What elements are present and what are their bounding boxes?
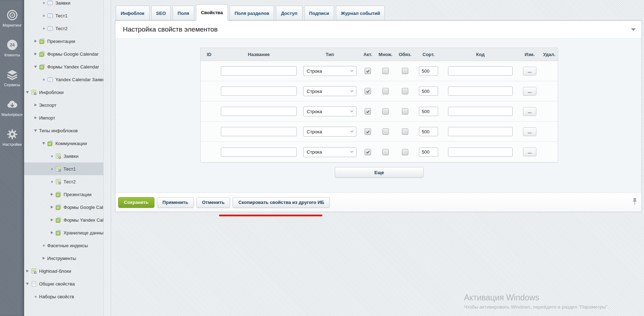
tree-item-18[interactable]: Хранилище данных (24, 226, 103, 239)
property-name-input[interactable] (221, 87, 297, 96)
property-name-input[interactable] (221, 127, 297, 136)
property-type-select[interactable]: Строка (303, 66, 356, 76)
tree-item-2[interactable]: Тест2 (24, 22, 103, 35)
sort-input[interactable] (419, 87, 438, 96)
tree-item-8[interactable]: Экспорт (24, 99, 103, 111)
expand-arrow-icon[interactable] (34, 52, 37, 55)
multiple-checkbox[interactable] (382, 68, 389, 74)
tree-item-21[interactable]: Highload-блоки (24, 265, 103, 277)
property-name-input[interactable] (221, 107, 297, 116)
active-checkbox[interactable] (365, 108, 371, 115)
apply-button[interactable]: Применить (157, 197, 194, 208)
required-checkbox[interactable] (402, 128, 408, 135)
tree-item-4[interactable]: Формы Google Calendar (24, 48, 103, 60)
tab-0[interactable]: Инфоблок (116, 6, 149, 20)
active-checkbox[interactable] (365, 128, 371, 135)
tree-item-13[interactable]: Тест1 (24, 162, 103, 175)
property-type-select[interactable]: Строка (303, 147, 356, 157)
tree-item-20[interactable]: Инструменты (24, 252, 103, 265)
tree-item-14[interactable]: Тест2 (24, 175, 103, 188)
expand-arrow-icon[interactable] (26, 270, 29, 272)
multiple-checkbox[interactable] (382, 149, 389, 155)
more-rows-button[interactable]: Еще (335, 167, 424, 178)
tree-item-23[interactable]: Наборы свойств (24, 290, 103, 303)
collapse-arrow-icon[interactable] (42, 142, 45, 145)
tree-item-15[interactable]: Презентации (24, 188, 103, 201)
edit-button[interactable]: ... (523, 148, 536, 156)
required-checkbox[interactable] (402, 68, 408, 74)
sidebar-item-settings[interactable]: Настройки (0, 128, 24, 146)
tab-5[interactable]: Доступ (276, 6, 302, 20)
tree-item-10[interactable]: Типы инфоблоков (24, 124, 103, 137)
sidebar-item-marketplace[interactable]: Marketplace (0, 99, 24, 117)
tree-item-7[interactable]: Инфоблоки (24, 86, 103, 99)
collapse-arrow-icon[interactable] (26, 283, 29, 285)
save-button[interactable]: Сохранить (118, 197, 154, 208)
expand-arrow-icon[interactable] (34, 116, 37, 119)
collapse-arrow-icon[interactable] (34, 66, 37, 68)
expand-arrow-icon[interactable] (50, 231, 54, 234)
required-checkbox[interactable] (402, 108, 408, 115)
tab-7[interactable]: Журнал событий (336, 6, 385, 20)
pin-icon[interactable] (632, 198, 638, 207)
tab-1[interactable]: SEO (151, 6, 171, 20)
expand-arrow-icon[interactable] (34, 104, 37, 106)
sidebar-item-marketing[interactable]: Маркетинг (0, 9, 24, 27)
sort-input[interactable] (419, 127, 438, 136)
property-type-select[interactable]: Строка (303, 106, 356, 116)
expand-arrow-icon[interactable] (34, 40, 37, 43)
edit-button[interactable]: ... (523, 67, 536, 76)
tab-2[interactable]: Поля (173, 6, 194, 20)
cancel-button[interactable]: Отменить (196, 197, 230, 208)
tab-6[interactable]: Подписи (304, 6, 334, 20)
code-input[interactable] (448, 87, 513, 96)
expand-arrow-icon[interactable] (50, 193, 54, 196)
tree-item-19[interactable]: Фасетные индексы (24, 239, 103, 252)
tree-item-16[interactable]: Формы Google Calendar (24, 201, 103, 214)
collapse-arrow-icon[interactable] (26, 91, 29, 94)
sort-input[interactable] (419, 66, 438, 76)
edit-button[interactable]: ... (523, 107, 536, 116)
tree-item-3[interactable]: Презентации (24, 35, 103, 48)
required-checkbox[interactable] (402, 88, 408, 94)
edit-button[interactable]: ... (523, 87, 536, 96)
active-checkbox[interactable] (365, 68, 371, 74)
tree-item-11[interactable]: Коммуникации (24, 137, 103, 150)
required-checkbox[interactable] (402, 149, 408, 155)
tree-item-0[interactable]: Заявки (24, 0, 103, 9)
property-type-select[interactable]: Строка (303, 127, 356, 137)
code-input[interactable] (448, 107, 513, 116)
property-type-select[interactable]: Строка (303, 86, 356, 96)
copy-properties-button[interactable]: Скопировать свойства из другого ИБ (233, 197, 330, 208)
expand-arrow-icon[interactable] (50, 206, 54, 209)
tree-item-22[interactable]: Общие свойства (24, 277, 103, 290)
tree-item-1[interactable]: Тест1 (24, 9, 103, 22)
expand-arrow-icon[interactable] (42, 257, 45, 260)
sort-input[interactable] (419, 107, 438, 116)
tree-item-17[interactable]: Формы Yandex Calendar (24, 214, 103, 226)
tree-item-12[interactable]: Заявки (24, 150, 103, 162)
tree-scrollbar-gutter[interactable] (104, 0, 111, 316)
code-input[interactable] (448, 148, 513, 157)
collapse-form-icon[interactable] (631, 28, 636, 31)
active-checkbox[interactable] (365, 149, 371, 155)
sidebar-item-clients[interactable]: Клиенты (0, 39, 24, 57)
multiple-checkbox[interactable] (382, 128, 389, 135)
tree-item-6[interactable]: Yandex Calendar Заявки (24, 73, 103, 86)
property-name-input[interactable] (221, 66, 297, 76)
property-name-input[interactable] (221, 148, 297, 157)
edit-button[interactable]: ... (523, 127, 536, 136)
multiple-checkbox[interactable] (382, 108, 389, 115)
code-input[interactable] (448, 127, 513, 136)
multiple-checkbox[interactable] (382, 88, 389, 94)
tab-3[interactable]: Свойства (196, 4, 228, 21)
collapse-arrow-icon[interactable] (34, 129, 37, 132)
sort-input[interactable] (419, 148, 438, 157)
tree-item-9[interactable]: Импорт (24, 111, 103, 124)
tab-4[interactable]: Поля разделов (230, 6, 274, 20)
active-checkbox[interactable] (365, 88, 371, 94)
code-input[interactable] (448, 66, 513, 76)
expand-arrow-icon[interactable] (50, 218, 54, 221)
sidebar-item-services[interactable]: Сервисы (0, 69, 24, 87)
tree-item-5[interactable]: Формы Yandex Calendar (24, 60, 103, 73)
